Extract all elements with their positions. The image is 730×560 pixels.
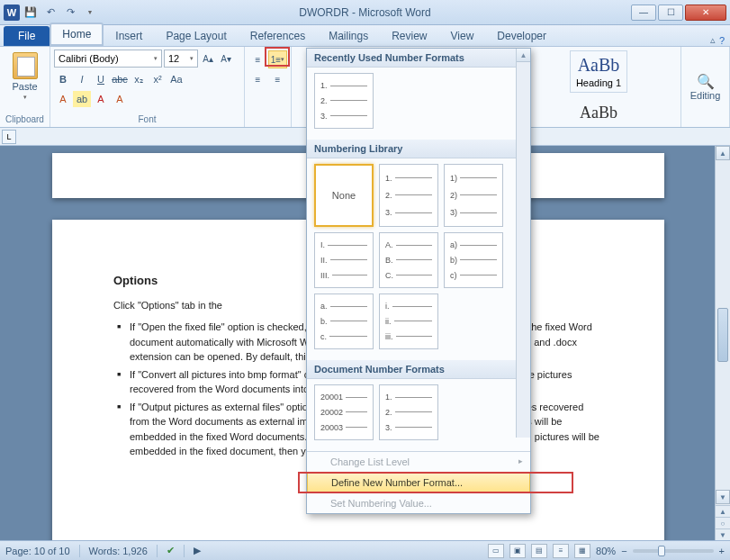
gallery-item[interactable]: i. ii. iii. — [379, 294, 438, 349]
paste-button[interactable]: Paste ▾ — [4, 49, 46, 104]
grow-font-icon[interactable]: A▴ — [200, 50, 216, 67]
italic-button[interactable]: I — [73, 71, 91, 87]
clear-format-button[interactable]: A — [111, 91, 129, 107]
gallery-item[interactable]: A. B. C. — [379, 232, 438, 288]
gallery-header-recent: Recently Used Number Formats — [307, 49, 530, 68]
view-outline-button[interactable]: ≡ — [553, 544, 569, 558]
paste-label: Paste — [12, 81, 37, 92]
title-bar: W 💾 ↶ ↷ ▼ DWORDR - Microsoft Word — ☐ ✕ — [0, 0, 730, 25]
view-draft-button[interactable]: ▦ — [574, 544, 590, 558]
group-font-label: Font — [54, 113, 240, 125]
highlight-button[interactable]: ab — [73, 91, 91, 107]
gallery-scrollbar[interactable]: ▲ — [516, 49, 530, 438]
zoom-handle[interactable] — [658, 546, 665, 556]
shrink-font-icon[interactable]: A▾ — [218, 50, 234, 67]
align-left-button[interactable]: ≡ — [248, 70, 267, 88]
align-center-button[interactable]: ≡ — [268, 70, 287, 88]
tab-selector-button[interactable]: L — [2, 130, 16, 144]
window-title: DWORDR - Microsoft Word — [99, 6, 631, 19]
group-styles: AaBb Heading 1 AaBb Change Styles — [517, 47, 681, 127]
tab-mailings[interactable]: Mailings — [317, 25, 380, 46]
gallery-item[interactable]: 1. 2. 3. — [379, 164, 438, 227]
vertical-scrollbar[interactable]: ▲ ▼ ▲ ○ ▼ — [715, 146, 730, 540]
group-paragraph-label — [248, 123, 287, 125]
gallery-item[interactable]: a) b) c) — [444, 232, 503, 288]
qat-save-icon[interactable]: 💾 — [22, 4, 40, 22]
help-icon[interactable]: ? — [719, 35, 725, 46]
word-icon: W — [4, 5, 20, 21]
group-clipboard: Paste ▾ Clipboard — [0, 47, 50, 127]
status-page[interactable]: Page: 10 of 10 — [5, 546, 70, 556]
gallery-item[interactable]: 1. 2. 3. — [379, 384, 438, 440]
group-editing: 🔍 Editing — [681, 47, 730, 127]
numbering-button[interactable]: 1≡▾ — [268, 50, 287, 68]
gallery-item[interactable]: 1) 2) 3) — [444, 164, 503, 227]
tab-developer[interactable]: Developer — [485, 25, 558, 46]
prev-page-icon[interactable]: ▲ — [716, 505, 730, 517]
text-effects-button[interactable]: A — [54, 91, 72, 107]
browse-object-icon[interactable]: ○ — [716, 517, 730, 528]
gallery-item[interactable]: a. b. c. — [314, 294, 374, 349]
group-font: Calibri (Body)▾ 12▾ A▴ A▾ B I U abc x₂ x… — [50, 47, 245, 127]
menu-define-new-number-format[interactable]: Define New Number Format... — [307, 472, 530, 493]
status-bar: Page: 10 of 10 Words: 1,926 ✔ ▶ ▭ ▣ ▤ ≡ … — [0, 540, 730, 560]
underline-button[interactable]: U — [92, 71, 110, 87]
minimize-button[interactable]: — — [631, 5, 656, 21]
tab-insert[interactable]: Insert — [104, 25, 154, 46]
maximize-button[interactable]: ☐ — [658, 5, 683, 21]
gallery-item-none[interactable]: None — [314, 164, 374, 227]
zoom-percent[interactable]: 80% — [596, 546, 616, 556]
font-size-dropdown[interactable]: 12▾ — [164, 50, 198, 68]
ribbon-tabs: File Home Insert Page Layout References … — [0, 25, 730, 47]
scroll-up-icon[interactable]: ▲ — [716, 146, 730, 160]
gallery-menu: Change List Level▸ Define New Number For… — [307, 451, 530, 513]
gallery-header-docfmt: Document Number Formats — [307, 360, 530, 379]
next-page-icon[interactable]: ▼ — [716, 528, 730, 540]
gallery-item[interactable]: 20001 20002 20003 — [314, 384, 374, 440]
close-button[interactable]: ✕ — [685, 5, 726, 21]
change-case-button[interactable]: Aa — [167, 71, 185, 87]
tab-references[interactable]: References — [239, 25, 317, 46]
chevron-down-icon[interactable]: ▾ — [23, 94, 27, 101]
scroll-down-icon[interactable]: ▼ — [716, 490, 730, 504]
numbering-gallery-dropdown: ▲ Recently Used Number Formats 1. 2. 3. … — [306, 48, 531, 514]
zoom-slider[interactable] — [633, 549, 714, 553]
tab-review[interactable]: Review — [380, 25, 438, 46]
bold-button[interactable]: B — [54, 71, 72, 87]
view-web-button[interactable]: ▤ — [531, 544, 547, 558]
tab-home[interactable]: Home — [50, 23, 104, 46]
find-icon[interactable]: 🔍 — [697, 73, 715, 90]
superscript-button[interactable]: x² — [149, 71, 167, 87]
style-normal[interactable]: AaBb — [574, 100, 623, 126]
qat-redo-icon[interactable]: ↷ — [61, 4, 79, 22]
ribbon-minimize-icon[interactable]: ▵ — [710, 34, 716, 46]
gallery-item[interactable]: I. II. III. — [314, 232, 374, 288]
gallery-item-recent[interactable]: 1. 2. 3. — [314, 73, 374, 129]
qat-customize-icon[interactable]: ▼ — [81, 4, 99, 22]
paste-icon — [13, 52, 38, 79]
status-macro-icon[interactable]: ▶ — [194, 545, 201, 556]
tab-file[interactable]: File — [4, 26, 50, 46]
tab-view[interactable]: View — [439, 25, 486, 46]
style-heading1[interactable]: AaBb Heading 1 — [570, 50, 627, 93]
zoom-in-button[interactable]: + — [719, 546, 725, 556]
font-color-button[interactable]: A — [92, 91, 110, 107]
view-print-layout-button[interactable]: ▭ — [488, 544, 504, 558]
zoom-out-button[interactable]: − — [621, 546, 626, 556]
gallery-scroll-up-icon[interactable]: ▲ — [517, 49, 530, 62]
gallery-header-library: Numbering Library — [307, 140, 530, 158]
menu-change-list-level: Change List Level▸ — [307, 452, 530, 472]
scroll-thumb[interactable] — [717, 308, 728, 362]
menu-set-numbering-value: Set Numbering Value... — [307, 493, 530, 513]
qat-undo-icon[interactable]: ↶ — [41, 4, 59, 22]
subscript-button[interactable]: x₂ — [130, 71, 148, 87]
group-clipboard-label: Clipboard — [4, 113, 46, 125]
font-name-dropdown[interactable]: Calibri (Body)▾ — [54, 50, 162, 68]
strike-button[interactable]: abc — [111, 71, 129, 87]
tab-page-layout[interactable]: Page Layout — [154, 25, 238, 46]
view-fullscreen-button[interactable]: ▣ — [509, 544, 526, 558]
bullets-button[interactable]: ≡ — [248, 50, 267, 68]
status-words[interactable]: Words: 1,926 — [89, 546, 148, 556]
status-proof-icon[interactable]: ✔ — [167, 545, 175, 556]
group-paragraph: ≡ 1≡▾ ≡ ≡ — [245, 47, 292, 127]
